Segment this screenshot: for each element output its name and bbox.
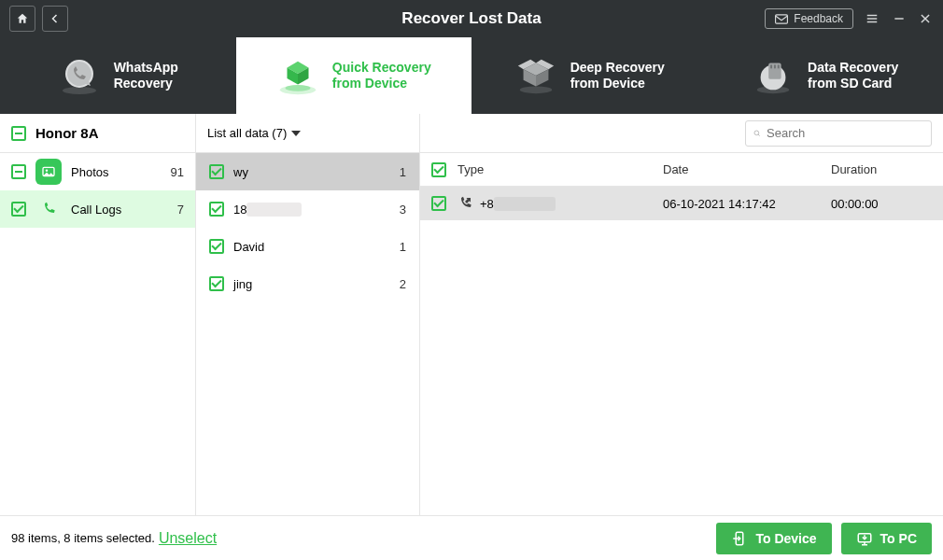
to-device-button[interactable]: To Device <box>716 523 831 554</box>
close-icon <box>919 12 932 25</box>
sidebar: Honor 8A Photos 91 Call Logs 7 <box>0 114 196 515</box>
contact-row[interactable]: David 1 <box>196 228 419 265</box>
table-header: Type Date Duration <box>420 153 943 187</box>
category-label: Call Logs <box>71 203 121 217</box>
select-all-checkbox[interactable] <box>431 162 446 177</box>
contact-name: wy <box>233 165 248 179</box>
whatsapp-icon <box>58 54 101 97</box>
mode-whatsapp[interactable]: WhatsAppRecovery <box>0 37 236 114</box>
chevron-left-icon <box>49 13 61 24</box>
cube-icon <box>276 54 319 97</box>
photos-icon <box>35 159 62 185</box>
home-button[interactable] <box>9 6 35 32</box>
contact-checkbox[interactable] <box>209 276 224 291</box>
contact-name: jing <box>233 277 252 291</box>
footer: 98 items, 8 items selected. Unselect To … <box>0 515 943 560</box>
close-button[interactable] <box>919 12 932 25</box>
table-row[interactable]: +8 06-10-2021 14:17:42 00:00:00 <box>420 187 943 220</box>
svg-line-30 <box>758 134 760 136</box>
svg-rect-24 <box>774 65 776 69</box>
column-date[interactable]: Date <box>663 162 831 176</box>
svg-marker-28 <box>291 131 301 136</box>
svg-point-27 <box>46 169 48 171</box>
minimize-icon <box>893 12 906 25</box>
svg-rect-25 <box>778 65 780 69</box>
sd-card-icon <box>752 54 795 97</box>
contact-name: David <box>233 240 264 254</box>
device-checkbox[interactable] <box>11 126 26 141</box>
unselect-link[interactable]: Unselect <box>159 530 217 547</box>
mode-deep-recovery[interactable]: Deep Recoveryfrom Device <box>472 37 708 114</box>
row-duration: 00:00:00 <box>831 197 943 211</box>
filter-dropdown[interactable]: List all data (7) <box>196 114 419 153</box>
svg-point-29 <box>754 131 759 135</box>
mode-quick-recovery[interactable]: Quick Recoveryfrom Device <box>236 37 472 114</box>
minimize-button[interactable] <box>893 12 906 25</box>
contact-checkbox[interactable] <box>209 164 224 179</box>
content-panel: Type Date Duration +8 06-10-2021 14:17:4… <box>420 114 943 515</box>
category-count: 7 <box>177 203 184 217</box>
filter-label: List all data (7) <box>207 126 287 140</box>
main-area: Honor 8A Photos 91 Call Logs 7 <box>0 114 943 515</box>
contacts-panel: List all data (7) wy 1 18 3 David 1 <box>196 114 420 515</box>
mode-sd-card[interactable]: Data Recoveryfrom SD Card <box>708 37 944 114</box>
category-label: Photos <box>71 165 108 179</box>
contact-row[interactable]: wy 1 <box>196 153 419 190</box>
menu-icon <box>865 12 880 25</box>
column-type[interactable]: Type <box>457 162 663 176</box>
photos-checkbox[interactable] <box>11 164 26 179</box>
column-duration[interactable]: Duration <box>831 162 943 176</box>
category-photos[interactable]: Photos 91 <box>0 153 195 190</box>
device-row[interactable]: Honor 8A <box>0 114 195 153</box>
contact-row[interactable]: 18 3 <box>196 190 419 228</box>
svg-point-14 <box>519 87 552 94</box>
svg-point-10 <box>285 85 310 91</box>
recovery-mode-tabs: WhatsAppRecovery Quick Recoveryfrom Devi… <box>0 37 943 114</box>
row-number: +8 <box>480 197 556 211</box>
search-icon <box>753 127 761 140</box>
contact-name: 18 <box>233 203 302 217</box>
feedback-button[interactable]: Feedback <box>765 8 853 29</box>
contact-count: 2 <box>400 277 406 291</box>
svg-point-7 <box>63 87 96 94</box>
chevron-down-icon <box>291 131 301 136</box>
contact-count: 1 <box>400 165 406 179</box>
toolbar <box>420 114 943 153</box>
home-icon <box>16 12 29 25</box>
device-name: Honor 8A <box>35 125 99 141</box>
contact-count: 3 <box>400 203 406 217</box>
svg-rect-0 <box>776 14 788 22</box>
open-box-icon <box>514 54 557 97</box>
search-input[interactable] <box>767 126 923 140</box>
row-date: 06-10-2021 14:17:42 <box>663 197 831 211</box>
call-logs-checkbox[interactable] <box>11 202 26 217</box>
mail-icon <box>775 14 788 24</box>
back-button[interactable] <box>42 6 68 32</box>
to-pc-button[interactable]: To PC <box>841 523 932 554</box>
status-text: 98 items, 8 items selected. <box>11 531 155 545</box>
category-call-logs[interactable]: Call Logs 7 <box>0 190 195 228</box>
menu-button[interactable] <box>865 12 880 25</box>
phone-icon <box>35 196 62 222</box>
contact-count: 1 <box>400 240 406 254</box>
outgoing-call-icon <box>457 196 472 211</box>
to-device-icon <box>731 530 748 547</box>
contact-checkbox[interactable] <box>209 202 224 217</box>
svg-rect-23 <box>770 65 772 69</box>
search-box[interactable] <box>745 120 932 147</box>
contact-checkbox[interactable] <box>209 239 224 254</box>
category-count: 91 <box>171 165 184 179</box>
titlebar: Recover Lost Data Feedback <box>0 0 943 37</box>
to-pc-icon <box>856 530 873 547</box>
row-checkbox[interactable] <box>431 196 446 211</box>
contact-row[interactable]: jing 2 <box>196 265 419 302</box>
feedback-label: Feedback <box>794 12 843 25</box>
